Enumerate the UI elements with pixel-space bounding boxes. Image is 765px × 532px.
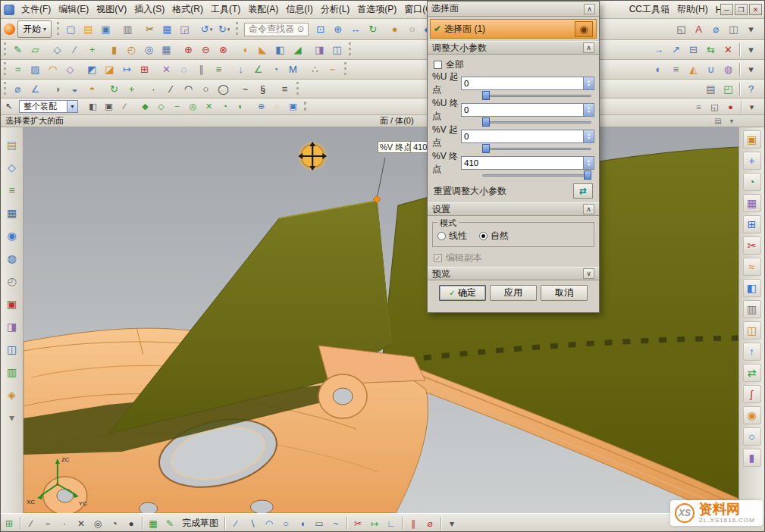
wcs-origin-icon[interactable]: +: [124, 81, 140, 96]
assembly-navigator-icon[interactable]: ▤: [4, 136, 20, 153]
enlarge-face-icon[interactable]: ⊞: [136, 62, 152, 77]
offset-surface-icon[interactable]: ◩: [84, 62, 100, 77]
select-face-button[interactable]: ◉: [575, 21, 593, 37]
reuse-library-icon[interactable]: ▦: [4, 205, 20, 221]
v-start-input[interactable]: [462, 130, 583, 142]
toolbar-more-icon[interactable]: ▾: [444, 517, 459, 530]
menu-tools[interactable]: 工具(T): [207, 1, 244, 18]
menu-format[interactable]: 格式(R): [168, 1, 207, 18]
u-end-slider[interactable]: [482, 117, 591, 127]
circle-tool-icon[interactable]: ○: [278, 517, 293, 530]
wcs-dynamics-icon[interactable]: ↻: [106, 81, 122, 96]
mold-tools-icon[interactable]: ✂: [743, 236, 761, 255]
replace-face-icon[interactable]: ⇆: [703, 42, 719, 58]
apply-button[interactable]: 应用: [490, 285, 537, 301]
datum-csys-icon[interactable]: +: [84, 42, 100, 58]
fullscreen-icon[interactable]: ◱: [673, 22, 689, 37]
more-features-icon[interactable]: ▾: [743, 42, 759, 58]
extrude-icon[interactable]: ▮: [106, 42, 122, 58]
intersection-snap-icon[interactable]: ✕: [202, 100, 216, 113]
hd3d-tools-icon[interactable]: ◉: [4, 227, 20, 244]
runner-icon[interactable]: ∫: [743, 385, 761, 403]
toolbar-grip[interactable]: [349, 42, 351, 55]
fit-view-icon[interactable]: ⊡: [312, 22, 328, 37]
user-default-icon[interactable]: ▾: [745, 100, 759, 113]
bolt-hole-1[interactable]: [250, 500, 273, 513]
process-studio-icon[interactable]: ▣: [4, 296, 20, 312]
surface-continuity-icon[interactable]: ◍: [720, 62, 736, 77]
revolve-icon[interactable]: ◴: [124, 42, 140, 58]
taskbar-grid-icon[interactable]: ⊞: [2, 517, 17, 530]
existing-point-icon[interactable]: ●: [124, 517, 139, 530]
bolt-hole-2[interactable]: [140, 502, 158, 513]
spinner-buttons[interactable]: [583, 77, 594, 89]
point-icon[interactable]: ·: [146, 81, 161, 96]
toolbar-grip[interactable]: [4, 82, 6, 95]
layer-visible-icon[interactable]: ▤: [703, 81, 719, 96]
spinner-buttons[interactable]: [583, 157, 594, 169]
make-corner-icon[interactable]: ∟: [384, 517, 399, 530]
system-materials-icon[interactable]: ▥: [4, 364, 20, 380]
fillet-tool-icon[interactable]: ◖: [295, 517, 310, 530]
inside-only-icon[interactable]: ▣: [286, 100, 300, 113]
shaded-icon[interactable]: ●: [387, 22, 403, 37]
boss-center-hole[interactable]: [333, 388, 353, 405]
section-settings[interactable]: 设置 ∧: [428, 202, 599, 216]
roles-icon[interactable]: ◫: [4, 341, 20, 358]
slider-handle[interactable]: [482, 117, 490, 127]
menu-view[interactable]: 视图(V): [92, 1, 130, 18]
menu-assemblies[interactable]: 装配(A): [244, 1, 282, 18]
internet-explorer-icon[interactable]: ◍: [4, 250, 20, 267]
undo-icon[interactable]: ↺: [199, 22, 215, 37]
arc-center-icon[interactable]: ◎: [90, 517, 105, 530]
help-icon[interactable]: ?: [743, 81, 759, 96]
subtract-icon[interactable]: ⊖: [198, 42, 214, 58]
collapse-arrow-icon[interactable]: ∧: [584, 4, 595, 14]
menu-file[interactable]: 文件(F): [17, 1, 55, 18]
core-cavity-icon[interactable]: ◧: [743, 279, 761, 297]
customize-icon[interactable]: ≡: [691, 100, 706, 113]
gate-icon[interactable]: ◉: [743, 406, 761, 424]
u-start-input[interactable]: [462, 77, 583, 89]
v-start-slider[interactable]: [482, 144, 591, 153]
mirror-feature-icon[interactable]: ◫: [329, 42, 345, 58]
radio-dot[interactable]: [479, 232, 488, 240]
radio-linear[interactable]: 线性: [437, 230, 467, 243]
auto-dimension-icon[interactable]: ⌀: [422, 517, 437, 530]
radio-dot[interactable]: [437, 232, 446, 240]
restore-button[interactable]: ❐: [735, 4, 748, 15]
reset-parameters-button[interactable]: ⇄: [573, 183, 593, 199]
cooling-icon[interactable]: ○: [743, 427, 761, 446]
spline-icon[interactable]: ~: [237, 81, 253, 96]
shell-icon[interactable]: ◧: [272, 42, 288, 58]
capture-icon[interactable]: ◫: [726, 22, 741, 37]
section-preview[interactable]: 预览 ∨: [428, 267, 599, 280]
redo-icon[interactable]: ↻: [216, 22, 232, 37]
face-selection-row[interactable]: ✔ 选择面 (1) ◉: [430, 19, 597, 39]
radio-natural[interactable]: 自然: [479, 230, 509, 243]
save-icon[interactable]: ▣: [98, 22, 114, 37]
datum-plane-icon[interactable]: ◇: [49, 42, 65, 58]
paste-icon[interactable]: ◲: [177, 22, 193, 37]
curve-length-icon[interactable]: ~: [324, 62, 340, 77]
match-edge-icon[interactable]: ∥: [193, 62, 209, 77]
command-finder-box[interactable]: 命令查找器 ⊙: [244, 23, 309, 36]
param-field[interactable]: [461, 77, 594, 90]
toolbar-grip[interactable]: [236, 22, 238, 35]
highlight-lines-icon[interactable]: ≡: [668, 62, 684, 77]
ruled-surface-icon[interactable]: ▨: [27, 62, 43, 77]
highlight-icon[interactable]: ◌: [270, 100, 284, 113]
move-face-icon[interactable]: →: [651, 42, 666, 58]
cut-icon[interactable]: ✂: [142, 22, 158, 37]
ok-button[interactable]: ✓ 确定: [439, 285, 486, 301]
toolbar-grip[interactable]: [57, 22, 59, 35]
immediate-hide-icon[interactable]: ◓: [84, 81, 100, 96]
constraint-navigator-icon[interactable]: ◇: [4, 159, 20, 176]
toolbar-grip[interactable]: [296, 82, 299, 95]
menu-analysis[interactable]: 分析(L): [317, 1, 354, 18]
dock-panel-icon[interactable]: ▾: [4, 409, 20, 426]
ejector-icon[interactable]: ↑: [743, 343, 761, 361]
unite-icon[interactable]: ⊕: [180, 42, 196, 58]
menu-help[interactable]: 帮助(H): [673, 1, 712, 18]
wireframe-icon[interactable]: ○: [404, 22, 420, 37]
